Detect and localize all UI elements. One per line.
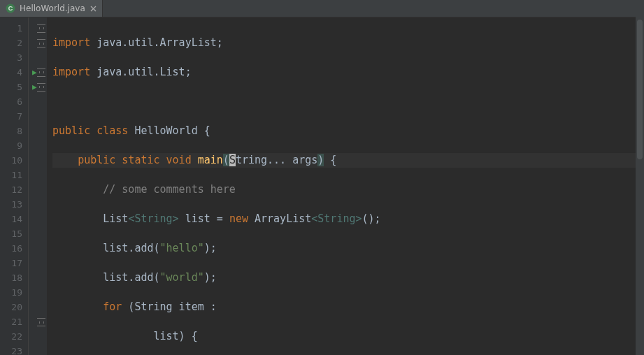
fold-marker-icon[interactable] (37, 318, 45, 326)
line-number: 4 (0, 65, 22, 80)
code-line: for (String item : (52, 300, 644, 314)
line-number: 1 (0, 21, 22, 36)
caret: S (229, 154, 236, 166)
tab-bar: C HelloWorld.java (0, 0, 644, 17)
matched-paren-open: ( (223, 154, 229, 166)
line-number: 10 (0, 153, 22, 168)
line-number: 6 (0, 94, 22, 109)
file-tab[interactable]: C HelloWorld.java (0, 0, 103, 17)
code-area[interactable]: import java.util.ArrayList; import java.… (47, 17, 644, 355)
run-gutter-icon[interactable]: ▶ (32, 68, 37, 77)
line-number: 16 (0, 241, 22, 256)
fold-marker-icon[interactable] (37, 68, 45, 77)
line-number: 22 (0, 329, 22, 344)
line-number: 11 (0, 168, 22, 182)
line-number: 2 (0, 36, 22, 50)
line-number: 12 (0, 182, 22, 197)
line-number: 3 (0, 50, 22, 65)
editor: 1234567891011121314151617181920212223 ▶▶… (0, 17, 644, 355)
line-number: 15 (0, 226, 22, 241)
line-number: 8 (0, 124, 22, 138)
svg-text:C: C (8, 5, 13, 12)
line-number: 9 (0, 138, 22, 153)
fold-marker-icon[interactable] (37, 24, 45, 33)
line-number: 23 (0, 344, 22, 355)
line-number: 5 (0, 80, 22, 94)
run-gutter-icon[interactable]: ▶ (32, 82, 37, 92)
matched-paren-close: ) (317, 154, 324, 166)
code-line-current: public static void main(String... args) … (52, 153, 644, 168)
code-line: list) { (52, 329, 644, 344)
line-number: 20 (0, 300, 22, 314)
line-number: 18 (0, 270, 22, 285)
code-line: List<String> list = new ArrayList<String… (52, 212, 644, 226)
code-line (52, 94, 644, 109)
gutter-margin: ▶▶ (29, 17, 47, 355)
java-class-icon: C (6, 3, 15, 13)
code-line: import java.util.ArrayList; (52, 36, 644, 50)
tab-filename: HelloWorld.java (20, 3, 85, 13)
fold-marker-icon[interactable] (37, 39, 45, 48)
code-line: public class HelloWorld { (52, 124, 644, 138)
close-icon[interactable] (90, 4, 98, 13)
code-line: // some comments here (52, 182, 644, 197)
code-line: list.add("hello"); (52, 241, 644, 256)
line-number: 7 (0, 109, 22, 124)
scrollbar-thumb[interactable] (637, 20, 643, 159)
fold-marker-icon[interactable] (37, 83, 45, 92)
code-line: list.add("world"); (52, 270, 644, 285)
line-number: 13 (0, 197, 22, 212)
line-number: 17 (0, 256, 22, 270)
code-line: import java.util.List; (52, 65, 644, 80)
vertical-scrollbar[interactable] (636, 17, 644, 355)
line-number: 19 (0, 285, 22, 300)
line-number-gutter: 1234567891011121314151617181920212223 (0, 17, 29, 355)
line-number: 14 (0, 212, 22, 226)
line-number: 21 (0, 314, 22, 329)
